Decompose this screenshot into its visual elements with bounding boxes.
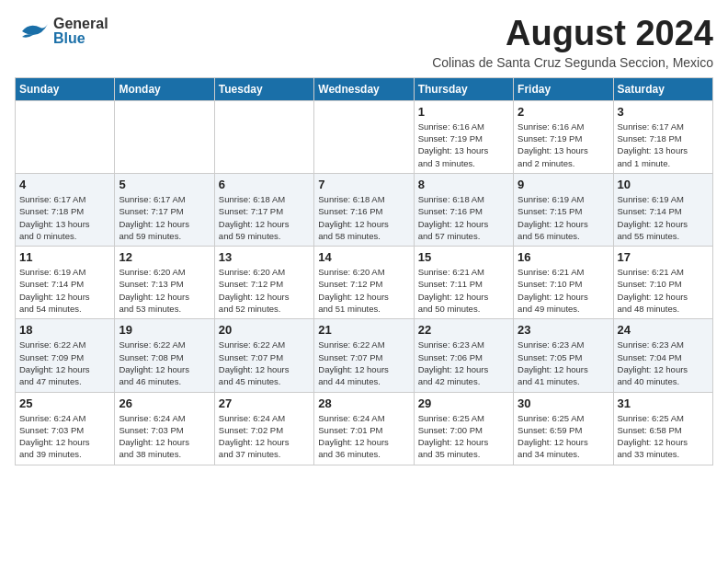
calendar-day-cell: 17Sunrise: 6:21 AM Sunset: 7:10 PM Dayli… xyxy=(613,247,712,319)
day-number: 29 xyxy=(418,396,509,410)
day-info: Sunrise: 6:22 AM Sunset: 7:07 PM Dayligh… xyxy=(318,339,409,387)
day-info: Sunrise: 6:21 AM Sunset: 7:10 PM Dayligh… xyxy=(518,266,609,315)
calendar-week-row: 11Sunrise: 6:19 AM Sunset: 7:14 PM Dayli… xyxy=(16,247,713,319)
day-info: Sunrise: 6:19 AM Sunset: 7:14 PM Dayligh… xyxy=(19,266,110,315)
day-info: Sunrise: 6:19 AM Sunset: 7:14 PM Dayligh… xyxy=(618,193,709,242)
weekday-header-thursday: Thursday xyxy=(414,77,513,100)
calendar-day-cell: 23Sunrise: 6:23 AM Sunset: 7:05 PM Dayli… xyxy=(514,319,613,392)
logo-icon xyxy=(15,15,51,48)
day-info: Sunrise: 6:17 AM Sunset: 7:18 PM Dayligh… xyxy=(19,193,110,242)
empty-cell xyxy=(214,100,313,173)
calendar-week-row: 25Sunrise: 6:24 AM Sunset: 7:03 PM Dayli… xyxy=(16,392,713,465)
empty-cell xyxy=(115,100,214,173)
day-info: Sunrise: 6:24 AM Sunset: 7:03 PM Dayligh… xyxy=(19,412,110,461)
calendar-day-cell: 27Sunrise: 6:24 AM Sunset: 7:02 PM Dayli… xyxy=(214,392,313,465)
day-info: Sunrise: 6:25 AM Sunset: 6:58 PM Dayligh… xyxy=(618,412,709,461)
calendar-day-cell: 2Sunrise: 6:16 AM Sunset: 7:19 PM Daylig… xyxy=(514,100,613,173)
day-number: 6 xyxy=(219,178,310,191)
calendar-day-cell: 9Sunrise: 6:19 AM Sunset: 7:15 PM Daylig… xyxy=(514,173,613,246)
day-info: Sunrise: 6:16 AM Sunset: 7:19 PM Dayligh… xyxy=(518,121,609,169)
location: Colinas de Santa Cruz Segunda Seccion, M… xyxy=(432,55,713,70)
day-info: Sunrise: 6:17 AM Sunset: 7:18 PM Dayligh… xyxy=(618,121,709,169)
day-number: 3 xyxy=(618,105,709,119)
calendar-day-cell: 16Sunrise: 6:21 AM Sunset: 7:10 PM Dayli… xyxy=(514,247,613,319)
day-number: 30 xyxy=(518,396,609,410)
day-number: 1 xyxy=(418,105,509,119)
day-info: Sunrise: 6:21 AM Sunset: 7:10 PM Dayligh… xyxy=(618,266,709,315)
calendar-day-cell: 5Sunrise: 6:17 AM Sunset: 7:17 PM Daylig… xyxy=(115,173,214,246)
calendar-day-cell: 31Sunrise: 6:25 AM Sunset: 6:58 PM Dayli… xyxy=(613,392,712,465)
day-info: Sunrise: 6:25 AM Sunset: 7:00 PM Dayligh… xyxy=(418,412,509,461)
day-number: 28 xyxy=(318,396,409,410)
weekday-header-saturday: Saturday xyxy=(613,77,712,100)
day-info: Sunrise: 6:25 AM Sunset: 6:59 PM Dayligh… xyxy=(518,412,609,461)
day-number: 5 xyxy=(119,178,210,191)
calendar-day-cell: 28Sunrise: 6:24 AM Sunset: 7:01 PM Dayli… xyxy=(314,392,414,465)
calendar-day-cell: 15Sunrise: 6:21 AM Sunset: 7:11 PM Dayli… xyxy=(414,247,513,319)
logo-text: General Blue xyxy=(53,17,108,46)
day-info: Sunrise: 6:19 AM Sunset: 7:15 PM Dayligh… xyxy=(518,193,609,242)
day-info: Sunrise: 6:18 AM Sunset: 7:16 PM Dayligh… xyxy=(418,193,509,242)
day-number: 9 xyxy=(518,178,609,191)
day-info: Sunrise: 6:24 AM Sunset: 7:03 PM Dayligh… xyxy=(119,412,210,461)
logo-general: General xyxy=(53,17,108,31)
calendar-day-cell: 3Sunrise: 6:17 AM Sunset: 7:18 PM Daylig… xyxy=(613,100,712,173)
logo: General Blue xyxy=(15,15,108,48)
calendar-day-cell: 24Sunrise: 6:23 AM Sunset: 7:04 PM Dayli… xyxy=(613,319,712,392)
day-number: 22 xyxy=(418,323,509,337)
day-number: 27 xyxy=(219,396,310,410)
day-number: 31 xyxy=(618,396,709,410)
calendar-day-cell: 21Sunrise: 6:22 AM Sunset: 7:07 PM Dayli… xyxy=(314,319,414,392)
day-number: 18 xyxy=(19,323,110,337)
day-number: 24 xyxy=(618,323,709,337)
calendar-day-cell: 6Sunrise: 6:18 AM Sunset: 7:17 PM Daylig… xyxy=(214,173,313,246)
weekday-header-row: SundayMondayTuesdayWednesdayThursdayFrid… xyxy=(16,77,713,100)
calendar-day-cell: 7Sunrise: 6:18 AM Sunset: 7:16 PM Daylig… xyxy=(314,173,414,246)
day-number: 23 xyxy=(518,323,609,337)
day-info: Sunrise: 6:20 AM Sunset: 7:12 PM Dayligh… xyxy=(318,266,409,315)
calendar-day-cell: 18Sunrise: 6:22 AM Sunset: 7:09 PM Dayli… xyxy=(16,319,115,392)
day-number: 2 xyxy=(518,105,609,119)
day-number: 21 xyxy=(318,323,409,337)
calendar-day-cell: 19Sunrise: 6:22 AM Sunset: 7:08 PM Dayli… xyxy=(115,319,214,392)
day-number: 7 xyxy=(318,178,409,191)
calendar-day-cell: 13Sunrise: 6:20 AM Sunset: 7:12 PM Dayli… xyxy=(214,247,313,319)
day-info: Sunrise: 6:22 AM Sunset: 7:08 PM Dayligh… xyxy=(119,339,210,387)
day-number: 8 xyxy=(418,178,509,191)
day-number: 4 xyxy=(19,178,110,191)
day-number: 26 xyxy=(119,396,210,410)
day-info: Sunrise: 6:22 AM Sunset: 7:09 PM Dayligh… xyxy=(19,339,110,387)
weekday-header-sunday: Sunday xyxy=(16,77,115,100)
day-number: 20 xyxy=(219,323,310,337)
calendar-day-cell: 10Sunrise: 6:19 AM Sunset: 7:14 PM Dayli… xyxy=(613,173,712,246)
calendar-day-cell: 22Sunrise: 6:23 AM Sunset: 7:06 PM Dayli… xyxy=(414,319,513,392)
day-info: Sunrise: 6:17 AM Sunset: 7:17 PM Dayligh… xyxy=(119,193,210,242)
month-year: August 2024 xyxy=(432,15,713,53)
day-info: Sunrise: 6:18 AM Sunset: 7:16 PM Dayligh… xyxy=(318,193,409,242)
day-info: Sunrise: 6:21 AM Sunset: 7:11 PM Dayligh… xyxy=(418,266,509,315)
calendar-day-cell: 26Sunrise: 6:24 AM Sunset: 7:03 PM Dayli… xyxy=(115,392,214,465)
day-number: 12 xyxy=(119,250,210,264)
calendar-week-row: 18Sunrise: 6:22 AM Sunset: 7:09 PM Dayli… xyxy=(16,319,713,392)
day-number: 11 xyxy=(19,250,110,264)
day-info: Sunrise: 6:23 AM Sunset: 7:05 PM Dayligh… xyxy=(518,339,609,387)
day-number: 19 xyxy=(119,323,210,337)
calendar-day-cell: 1Sunrise: 6:16 AM Sunset: 7:19 PM Daylig… xyxy=(414,100,513,173)
day-number: 25 xyxy=(19,396,110,410)
empty-cell xyxy=(16,100,115,173)
day-info: Sunrise: 6:20 AM Sunset: 7:13 PM Dayligh… xyxy=(119,266,210,315)
calendar-day-cell: 11Sunrise: 6:19 AM Sunset: 7:14 PM Dayli… xyxy=(16,247,115,319)
day-info: Sunrise: 6:16 AM Sunset: 7:19 PM Dayligh… xyxy=(418,121,509,169)
calendar-day-cell: 8Sunrise: 6:18 AM Sunset: 7:16 PM Daylig… xyxy=(414,173,513,246)
calendar-day-cell: 25Sunrise: 6:24 AM Sunset: 7:03 PM Dayli… xyxy=(16,392,115,465)
weekday-header-tuesday: Tuesday xyxy=(214,77,313,100)
day-number: 10 xyxy=(618,178,709,191)
calendar-day-cell: 20Sunrise: 6:22 AM Sunset: 7:07 PM Dayli… xyxy=(214,319,313,392)
calendar-day-cell: 4Sunrise: 6:17 AM Sunset: 7:18 PM Daylig… xyxy=(16,173,115,246)
weekday-header-friday: Friday xyxy=(514,77,613,100)
page-header: General Blue August 2024 Colinas de Sant… xyxy=(15,15,713,70)
empty-cell xyxy=(314,100,414,173)
calendar-day-cell: 14Sunrise: 6:20 AM Sunset: 7:12 PM Dayli… xyxy=(314,247,414,319)
calendar-week-row: 1Sunrise: 6:16 AM Sunset: 7:19 PM Daylig… xyxy=(16,100,713,173)
logo-blue: Blue xyxy=(53,31,108,46)
